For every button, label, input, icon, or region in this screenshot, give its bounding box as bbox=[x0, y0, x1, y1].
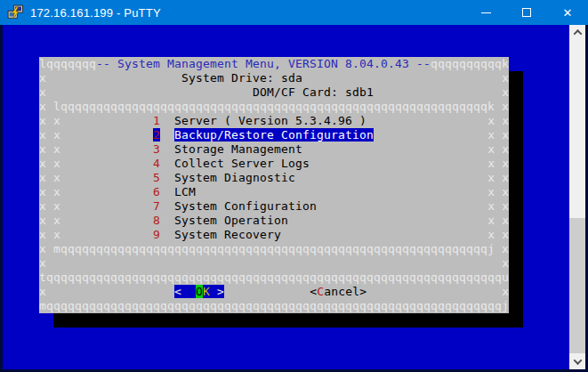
menu-key-6[interactable]: 6 bbox=[153, 185, 160, 198]
dialog-bottom-border: mqqqqqqqqqqqqqqqqqqqqqqqqqqqqqqqqqqqqqqq… bbox=[39, 299, 509, 313]
menu-item-7[interactable]: x x 7 System Configuration x x bbox=[39, 199, 509, 214]
seg-b: x x bbox=[487, 199, 509, 213]
menu-key-5[interactable]: 5 bbox=[153, 171, 160, 184]
terminal-screen[interactable]: lqqqqqqq-- System Management Menu, VERSI… bbox=[3, 25, 569, 369]
dialog-blank-row: x x bbox=[39, 256, 509, 271]
seg-k bbox=[46, 285, 174, 298]
menu-key-2[interactable]: 2 bbox=[153, 128, 160, 142]
menu-box-top-border: x lqqqqqqqqqqqqqqqqqqqqqqqqqqqqqqqqqqqqq… bbox=[39, 100, 509, 114]
seg-b: x x bbox=[39, 142, 60, 156]
window-title: 172.16.161.199 - PuTTY bbox=[30, 6, 161, 20]
cancel-button[interactable]: ancel> bbox=[324, 285, 366, 298]
menu-label-7[interactable]: System Configuration bbox=[174, 199, 317, 213]
seg-b: x x bbox=[39, 199, 60, 213]
menu-label-1[interactable]: Server ( Version 5.3.4.96 ) bbox=[174, 114, 366, 127]
seg-b: x bbox=[502, 85, 509, 99]
menu-item-8[interactable]: x x 8 System Operation x x bbox=[39, 214, 509, 228]
scroll-down-button[interactable] bbox=[569, 354, 585, 369]
menu-key-4[interactable]: 4 bbox=[153, 157, 160, 170]
scrollbar-thumb[interactable] bbox=[569, 218, 585, 353]
ok-button[interactable]: < bbox=[174, 285, 196, 298]
seg-k bbox=[60, 185, 153, 198]
scrollbar[interactable] bbox=[569, 25, 585, 369]
seg-b: x x bbox=[487, 171, 509, 184]
seg-k bbox=[366, 114, 487, 127]
menu-item-5[interactable]: x x 5 System Diagnostic x x bbox=[39, 171, 509, 185]
putty-icon[interactable] bbox=[7, 4, 23, 20]
seg-b: x bbox=[502, 285, 509, 298]
menu-label-3[interactable]: Storage Management bbox=[174, 142, 302, 156]
seg-k bbox=[295, 171, 487, 184]
dialog-shadow-bottom bbox=[53, 313, 523, 328]
seg-b: x x bbox=[487, 128, 509, 142]
menu-item-9[interactable]: x x 9 System Recovery x x bbox=[39, 228, 509, 242]
seg-b: tqqqqqqqqqqqqqqqqqqqqqqqqqqqqqqqqqqqqqqq… bbox=[39, 271, 509, 284]
seg-k bbox=[160, 128, 174, 142]
seg-b: x mqqqqqqqqqqqqqqqqqqqqqqqqqqqqqqqqqqqqq… bbox=[39, 242, 509, 255]
close-button[interactable]: ✕ bbox=[547, 0, 588, 25]
seg-k bbox=[196, 185, 487, 198]
seg-k bbox=[60, 171, 153, 184]
chevron-up-icon bbox=[573, 29, 582, 38]
seg-b: x x bbox=[487, 114, 509, 127]
seg-k bbox=[224, 285, 310, 298]
seg-b: x x bbox=[39, 157, 60, 170]
minimize-icon bbox=[481, 12, 491, 13]
seg-b: x x bbox=[487, 157, 509, 170]
menu-key-9[interactable]: 9 bbox=[153, 228, 160, 241]
seg-k bbox=[310, 157, 487, 170]
menu-key-1[interactable]: 1 bbox=[153, 114, 160, 127]
menu-key-3[interactable]: 3 bbox=[153, 142, 160, 156]
menu-label-5[interactable]: System Diagnostic bbox=[174, 171, 295, 184]
dialog-title: -- System Management Menu, VERSION 8.04.… bbox=[96, 57, 431, 70]
seg-b: lqqqqqqq bbox=[39, 57, 96, 70]
menu-label-6[interactable]: LCM bbox=[174, 185, 196, 198]
dialog-separator: tqqqqqqqqqqqqqqqqqqqqqqqqqqqqqqqqqqqqqqq… bbox=[39, 271, 509, 285]
menu-item-1[interactable]: x x 1 Server ( Version 5.3.4.96 ) x x bbox=[39, 114, 509, 128]
ok-button[interactable]: > bbox=[210, 285, 224, 298]
seg-b: x x bbox=[487, 142, 509, 156]
menu-key-8[interactable]: 8 bbox=[153, 214, 160, 227]
seg-k bbox=[160, 199, 174, 213]
cancel-button[interactable]: < bbox=[310, 285, 317, 298]
seg-k bbox=[160, 228, 174, 241]
menu-label-9[interactable]: System Recovery bbox=[174, 228, 281, 241]
close-icon: ✕ bbox=[563, 7, 573, 19]
ok-button-cursor[interactable]: O bbox=[196, 285, 203, 298]
seg-k bbox=[160, 185, 174, 198]
seg-k bbox=[60, 228, 153, 241]
seg-k bbox=[60, 114, 153, 127]
menu-label-2[interactable]: Backup/Restore Configuration bbox=[174, 128, 374, 142]
seg-k bbox=[160, 142, 174, 156]
seg-k bbox=[160, 214, 174, 227]
seg-k bbox=[60, 157, 153, 170]
ok-button[interactable]: K bbox=[203, 285, 210, 298]
menu-item-6[interactable]: x x 6 LCM x x bbox=[39, 185, 509, 199]
menu-label-8[interactable]: System Operation bbox=[174, 214, 288, 227]
seg-b: x x bbox=[39, 171, 60, 184]
seg-b: qqqqqqqqqqk bbox=[431, 57, 509, 70]
menu-item-3[interactable]: x x 3 Storage Management x x bbox=[39, 142, 509, 157]
seg-k bbox=[160, 157, 174, 170]
cancel-button-hotkey[interactable]: C bbox=[317, 285, 324, 298]
menu-label-4[interactable]: Collect Server Logs bbox=[174, 157, 310, 170]
seg-k bbox=[60, 128, 153, 142]
seg-b: x x bbox=[487, 228, 509, 241]
maximize-icon bbox=[522, 8, 531, 17]
maximize-button[interactable] bbox=[506, 0, 547, 25]
seg-k bbox=[46, 256, 502, 270]
scroll-up-button[interactable] bbox=[569, 25, 585, 40]
seg-k bbox=[281, 228, 487, 241]
seg-k bbox=[60, 199, 153, 213]
seg-k bbox=[160, 171, 174, 184]
system-drive-text: System Drive: sda bbox=[46, 71, 502, 85]
info-row-domcf-card: x DOM/CF Card: sdb1 x bbox=[39, 85, 509, 100]
menu-item-4[interactable]: x x 4 Collect Server Logs x x bbox=[39, 157, 509, 171]
menu-item-2-selected[interactable]: x x 2 Backup/Restore Configuration x x bbox=[39, 128, 509, 142]
menu-key-7[interactable]: 7 bbox=[153, 199, 160, 213]
seg-b: x x bbox=[487, 214, 509, 227]
seg-b: x bbox=[39, 285, 46, 298]
seg-k bbox=[288, 214, 487, 227]
system-management-dialog: lqqqqqqq-- System Management Menu, VERSI… bbox=[39, 57, 509, 313]
minimize-button[interactable] bbox=[465, 0, 506, 25]
